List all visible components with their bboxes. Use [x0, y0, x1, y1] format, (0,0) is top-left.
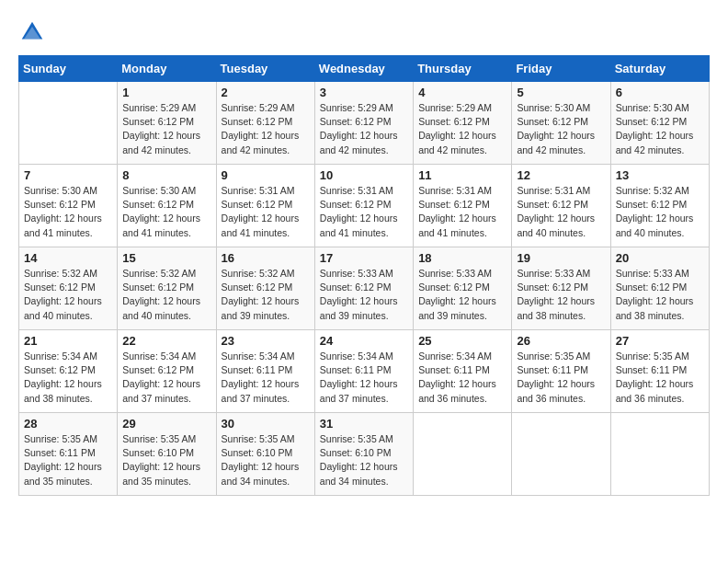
calendar-cell: 29Sunrise: 5:35 AMSunset: 6:10 PMDayligh…: [118, 413, 216, 496]
day-detail: Sunrise: 5:35 AMSunset: 6:10 PMDaylight:…: [122, 432, 210, 488]
calendar-cell: 22Sunrise: 5:34 AMSunset: 6:12 PMDayligh…: [118, 330, 216, 413]
day-number: 8: [122, 168, 210, 182]
calendar-cell: 24Sunrise: 5:34 AMSunset: 6:11 PMDayligh…: [314, 330, 413, 413]
day-number: 12: [517, 168, 605, 182]
day-detail: Sunrise: 5:31 AMSunset: 6:12 PMDaylight:…: [222, 184, 310, 240]
weekday-header-saturday: Saturday: [610, 56, 709, 82]
day-detail: Sunrise: 5:35 AMSunset: 6:10 PMDaylight:…: [222, 432, 310, 488]
calendar-cell: 5Sunrise: 5:30 AMSunset: 6:12 PMDaylight…: [512, 82, 610, 165]
day-number: 28: [24, 417, 112, 431]
day-number: 21: [24, 334, 112, 348]
day-number: 17: [320, 251, 408, 265]
day-number: 9: [222, 168, 310, 182]
day-number: 14: [24, 251, 112, 265]
day-number: 23: [222, 334, 310, 348]
day-number: 22: [122, 334, 210, 348]
weekday-header-monday: Monday: [118, 56, 216, 82]
calendar-cell: 3Sunrise: 5:29 AMSunset: 6:12 PMDaylight…: [314, 82, 413, 165]
calendar-cell: 21Sunrise: 5:34 AMSunset: 6:12 PMDayligh…: [19, 330, 118, 413]
calendar-cell: [19, 82, 118, 165]
calendar-cell: 27Sunrise: 5:35 AMSunset: 6:11 PMDayligh…: [610, 330, 709, 413]
calendar-cell: 7Sunrise: 5:30 AMSunset: 6:12 PMDaylight…: [19, 165, 118, 247]
weekday-header-thursday: Thursday: [414, 56, 512, 82]
day-detail: Sunrise: 5:29 AMSunset: 6:12 PMDaylight:…: [222, 101, 310, 157]
calendar-cell: 28Sunrise: 5:35 AMSunset: 6:11 PMDayligh…: [19, 413, 118, 496]
calendar-week-5: 28Sunrise: 5:35 AMSunset: 6:11 PMDayligh…: [19, 413, 710, 496]
calendar-cell: 6Sunrise: 5:30 AMSunset: 6:12 PMDaylight…: [610, 82, 709, 165]
day-number: 3: [320, 86, 408, 99]
weekday-header-sunday: Sunday: [19, 56, 118, 82]
day-detail: Sunrise: 5:34 AMSunset: 6:11 PMDaylight:…: [320, 350, 408, 406]
day-number: 6: [616, 86, 704, 99]
logo: [18, 18, 50, 46]
day-detail: Sunrise: 5:31 AMSunset: 6:12 PMDaylight:…: [320, 184, 408, 240]
day-number: 27: [616, 334, 704, 348]
day-number: 24: [320, 334, 408, 348]
day-number: 18: [418, 251, 506, 265]
calendar-cell: 15Sunrise: 5:32 AMSunset: 6:12 PMDayligh…: [118, 247, 216, 330]
day-detail: Sunrise: 5:33 AMSunset: 6:12 PMDaylight:…: [418, 267, 506, 323]
day-number: 29: [122, 417, 210, 431]
calendar-cell: 17Sunrise: 5:33 AMSunset: 6:12 PMDayligh…: [314, 247, 413, 330]
day-number: 31: [320, 417, 408, 431]
day-detail: Sunrise: 5:33 AMSunset: 6:12 PMDaylight:…: [616, 267, 704, 323]
calendar-week-3: 14Sunrise: 5:32 AMSunset: 6:12 PMDayligh…: [19, 247, 710, 330]
day-detail: Sunrise: 5:31 AMSunset: 6:12 PMDaylight:…: [418, 184, 506, 240]
calendar-cell: 10Sunrise: 5:31 AMSunset: 6:12 PMDayligh…: [314, 165, 413, 247]
day-detail: Sunrise: 5:35 AMSunset: 6:10 PMDaylight:…: [320, 432, 408, 488]
logo-icon: [18, 18, 46, 46]
day-number: 13: [616, 168, 704, 182]
day-detail: Sunrise: 5:32 AMSunset: 6:12 PMDaylight:…: [24, 267, 112, 323]
day-detail: Sunrise: 5:34 AMSunset: 6:11 PMDaylight:…: [222, 350, 310, 406]
calendar-week-1: 1Sunrise: 5:29 AMSunset: 6:12 PMDaylight…: [19, 82, 710, 165]
day-number: 5: [517, 86, 605, 99]
weekday-header-wednesday: Wednesday: [314, 56, 413, 82]
calendar-week-2: 7Sunrise: 5:30 AMSunset: 6:12 PMDaylight…: [19, 165, 710, 247]
header: [18, 18, 710, 46]
day-detail: Sunrise: 5:30 AMSunset: 6:12 PMDaylight:…: [24, 184, 112, 240]
calendar-cell: 25Sunrise: 5:34 AMSunset: 6:11 PMDayligh…: [414, 330, 512, 413]
day-detail: Sunrise: 5:35 AMSunset: 6:11 PMDaylight:…: [616, 350, 704, 406]
day-detail: Sunrise: 5:35 AMSunset: 6:11 PMDaylight:…: [24, 432, 112, 488]
day-number: 26: [517, 334, 605, 348]
day-number: 20: [616, 251, 704, 265]
calendar-cell: 2Sunrise: 5:29 AMSunset: 6:12 PMDaylight…: [216, 82, 314, 165]
day-number: 15: [122, 251, 210, 265]
calendar-cell: 18Sunrise: 5:33 AMSunset: 6:12 PMDayligh…: [414, 247, 512, 330]
day-number: 30: [222, 417, 310, 431]
day-detail: Sunrise: 5:34 AMSunset: 6:12 PMDaylight:…: [122, 350, 210, 406]
day-number: 10: [320, 168, 408, 182]
day-detail: Sunrise: 5:32 AMSunset: 6:12 PMDaylight:…: [122, 267, 210, 323]
calendar-cell: [414, 413, 512, 496]
day-detail: Sunrise: 5:34 AMSunset: 6:12 PMDaylight:…: [24, 350, 112, 406]
day-number: 2: [222, 86, 310, 99]
day-number: 16: [222, 251, 310, 265]
calendar-cell: 31Sunrise: 5:35 AMSunset: 6:10 PMDayligh…: [314, 413, 413, 496]
day-number: 4: [418, 86, 506, 99]
calendar-week-4: 21Sunrise: 5:34 AMSunset: 6:12 PMDayligh…: [19, 330, 710, 413]
calendar-cell: 11Sunrise: 5:31 AMSunset: 6:12 PMDayligh…: [414, 165, 512, 247]
calendar-cell: 23Sunrise: 5:34 AMSunset: 6:11 PMDayligh…: [216, 330, 314, 413]
calendar-cell: 1Sunrise: 5:29 AMSunset: 6:12 PMDaylight…: [118, 82, 216, 165]
day-detail: Sunrise: 5:33 AMSunset: 6:12 PMDaylight:…: [320, 267, 408, 323]
day-detail: Sunrise: 5:29 AMSunset: 6:12 PMDaylight:…: [122, 101, 210, 157]
calendar-cell: 26Sunrise: 5:35 AMSunset: 6:11 PMDayligh…: [512, 330, 610, 413]
day-detail: Sunrise: 5:30 AMSunset: 6:12 PMDaylight:…: [517, 101, 605, 157]
day-detail: Sunrise: 5:35 AMSunset: 6:11 PMDaylight:…: [517, 350, 605, 406]
day-detail: Sunrise: 5:30 AMSunset: 6:12 PMDaylight:…: [616, 101, 704, 157]
weekday-header-row: SundayMondayTuesdayWednesdayThursdayFrid…: [19, 56, 710, 82]
calendar-cell: 16Sunrise: 5:32 AMSunset: 6:12 PMDayligh…: [216, 247, 314, 330]
day-detail: Sunrise: 5:29 AMSunset: 6:12 PMDaylight:…: [320, 101, 408, 157]
calendar-cell: 19Sunrise: 5:33 AMSunset: 6:12 PMDayligh…: [512, 247, 610, 330]
weekday-header-tuesday: Tuesday: [216, 56, 314, 82]
weekday-header-friday: Friday: [512, 56, 610, 82]
calendar-table: SundayMondayTuesdayWednesdayThursdayFrid…: [18, 55, 710, 496]
day-number: 25: [418, 334, 506, 348]
day-detail: Sunrise: 5:31 AMSunset: 6:12 PMDaylight:…: [517, 184, 605, 240]
day-number: 1: [122, 86, 210, 99]
calendar-cell: 13Sunrise: 5:32 AMSunset: 6:12 PMDayligh…: [610, 165, 709, 247]
calendar-cell: 9Sunrise: 5:31 AMSunset: 6:12 PMDaylight…: [216, 165, 314, 247]
calendar-cell: [610, 413, 709, 496]
day-detail: Sunrise: 5:29 AMSunset: 6:12 PMDaylight:…: [418, 101, 506, 157]
calendar-cell: 8Sunrise: 5:30 AMSunset: 6:12 PMDaylight…: [118, 165, 216, 247]
